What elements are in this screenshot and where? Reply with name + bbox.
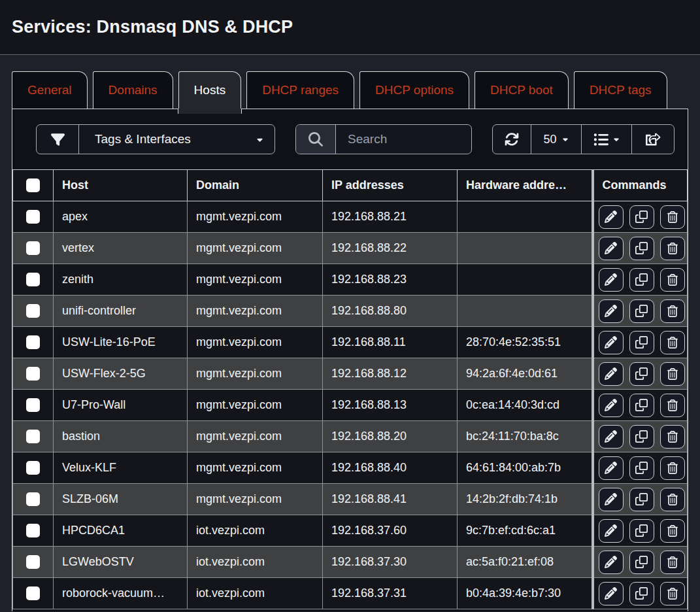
table-row[interactable]: USW-Lite-16-PoE mgmt.vezpi.com 192.168.8…	[13, 327, 688, 358]
row-checkbox[interactable]	[26, 241, 40, 255]
column-header-host[interactable]: Host	[54, 170, 188, 201]
table-row[interactable]: roborock-vacuum… iot.vezpi.com 192.168.3…	[13, 578, 688, 609]
table-row[interactable]: vertex mgmt.vezpi.com 192.168.88.22	[13, 233, 688, 264]
delete-button[interactable]	[660, 268, 685, 292]
search-input[interactable]	[336, 125, 471, 154]
copy-button[interactable]	[629, 582, 654, 605]
tags-interfaces-select[interactable]: Tags & Interfaces	[78, 125, 275, 154]
delete-button[interactable]	[660, 299, 685, 323]
row-checkbox[interactable]	[26, 304, 40, 318]
tab-domains[interactable]: Domains	[93, 71, 173, 109]
pencil-icon	[605, 430, 617, 443]
delete-button[interactable]	[660, 456, 685, 480]
row-checkbox[interactable]	[26, 461, 40, 475]
edit-button[interactable]	[599, 268, 624, 292]
edit-button[interactable]	[599, 362, 624, 386]
refresh-button[interactable]	[493, 125, 531, 154]
trash-icon	[667, 462, 678, 474]
edit-button[interactable]	[599, 582, 624, 605]
pencil-icon	[605, 587, 617, 600]
copy-button[interactable]	[629, 268, 654, 292]
edit-button[interactable]	[599, 205, 624, 229]
tab-dhcp-options[interactable]: DHCP options	[359, 71, 469, 109]
row-checkbox[interactable]	[26, 398, 40, 412]
row-checkbox[interactable]	[26, 430, 40, 443]
copy-button[interactable]	[629, 331, 654, 354]
row-checkbox[interactable]	[26, 367, 40, 381]
edit-button[interactable]	[599, 456, 624, 480]
caret-down-icon	[256, 135, 264, 144]
copy-button[interactable]	[629, 299, 654, 323]
row-checkbox[interactable]	[26, 524, 40, 537]
copy-button[interactable]	[629, 237, 654, 260]
table-row[interactable]: Velux-KLF mgmt.vezpi.com 192.168.88.40 6…	[13, 452, 688, 484]
cell-ip-addresses: 192.168.37.31	[323, 578, 458, 609]
row-checkbox[interactable]	[26, 555, 40, 569]
cell-commands	[593, 578, 688, 609]
row-checkbox-cell	[13, 264, 54, 296]
filter-button[interactable]	[37, 125, 78, 154]
delete-button[interactable]	[660, 425, 685, 449]
row-checkbox[interactable]	[26, 492, 40, 506]
delete-button[interactable]	[660, 582, 685, 605]
search-button[interactable]	[296, 125, 335, 154]
table-row[interactable]: zenith mgmt.vezpi.com 192.168.88.23	[13, 264, 688, 296]
table-row[interactable]: LGWebOSTV iot.vezpi.com 192.168.37.30 ac…	[13, 547, 688, 578]
edit-button[interactable]	[599, 299, 624, 323]
tab-hosts[interactable]: Hosts	[178, 71, 242, 109]
copy-button[interactable]	[629, 425, 654, 449]
tab-dhcp-boot[interactable]: DHCP boot	[475, 71, 569, 109]
delete-button[interactable]	[660, 488, 685, 511]
delete-button[interactable]	[660, 519, 685, 543]
edit-button[interactable]	[599, 394, 624, 417]
table-row[interactable]: SLZB-06M mgmt.vezpi.com 192.168.88.41 14…	[13, 484, 688, 515]
tab-dhcp-ranges[interactable]: DHCP ranges	[246, 71, 354, 109]
copy-button[interactable]	[629, 488, 654, 511]
row-checkbox[interactable]	[26, 586, 40, 600]
delete-button[interactable]	[660, 205, 685, 229]
tab-label: DHCP options	[375, 83, 454, 97]
edit-button[interactable]	[599, 331, 624, 354]
row-checkbox[interactable]	[26, 273, 40, 286]
table-row[interactable]: unifi-controller mgmt.vezpi.com 192.168.…	[13, 296, 688, 327]
column-header-ip-addresses[interactable]: IP addresses	[323, 170, 458, 201]
copy-button[interactable]	[629, 456, 654, 480]
row-checkbox[interactable]	[26, 335, 40, 349]
select-all-checkbox[interactable]	[26, 178, 40, 192]
table-row[interactable]: U7-Pro-Wall mgmt.vezpi.com 192.168.88.13…	[13, 390, 688, 421]
copy-button[interactable]	[629, 205, 654, 229]
table-row[interactable]: HPCD6CA1 iot.vezpi.com 192.168.37.60 9c:…	[13, 515, 688, 547]
tab-general[interactable]: General	[12, 71, 88, 109]
page-size-select[interactable]: 50	[531, 125, 581, 154]
copy-button[interactable]	[629, 551, 654, 574]
copy-button[interactable]	[629, 519, 654, 543]
copy-icon	[635, 399, 648, 411]
edit-button[interactable]	[599, 488, 624, 511]
delete-button[interactable]	[660, 551, 685, 574]
pencil-icon	[605, 211, 617, 223]
edit-button[interactable]	[599, 551, 624, 574]
delete-button[interactable]	[660, 331, 685, 354]
edit-button[interactable]	[599, 519, 624, 543]
delete-button[interactable]	[660, 394, 685, 417]
column-selector-button[interactable]	[581, 125, 631, 154]
table-row[interactable]: USW-Flex-2-5G mgmt.vezpi.com 192.168.88.…	[13, 358, 688, 390]
copy-button[interactable]	[629, 394, 654, 417]
cell-ip-addresses: 192.168.88.21	[323, 201, 458, 233]
delete-button[interactable]	[660, 237, 685, 260]
table-row[interactable]: bastion mgmt.vezpi.com 192.168.88.20 bc:…	[13, 421, 688, 452]
edit-button[interactable]	[599, 425, 624, 449]
search-icon	[308, 132, 323, 146]
row-checkbox[interactable]	[26, 210, 40, 224]
copy-button[interactable]	[629, 362, 654, 386]
column-header-domain[interactable]: Domain	[188, 170, 323, 201]
edit-button[interactable]	[599, 237, 624, 260]
cell-commands	[593, 358, 688, 390]
tab-dhcp-tags[interactable]: DHCP tags	[574, 71, 667, 109]
delete-button[interactable]	[660, 362, 685, 386]
table-row[interactable]: apex mgmt.vezpi.com 192.168.88.21	[13, 201, 688, 233]
export-button[interactable]	[631, 125, 674, 154]
page-header: Services: Dnsmasq DNS & DHCP	[0, 0, 700, 55]
trash-icon	[667, 431, 678, 443]
column-header-hardware-address[interactable]: Hardware addre…	[458, 170, 593, 201]
